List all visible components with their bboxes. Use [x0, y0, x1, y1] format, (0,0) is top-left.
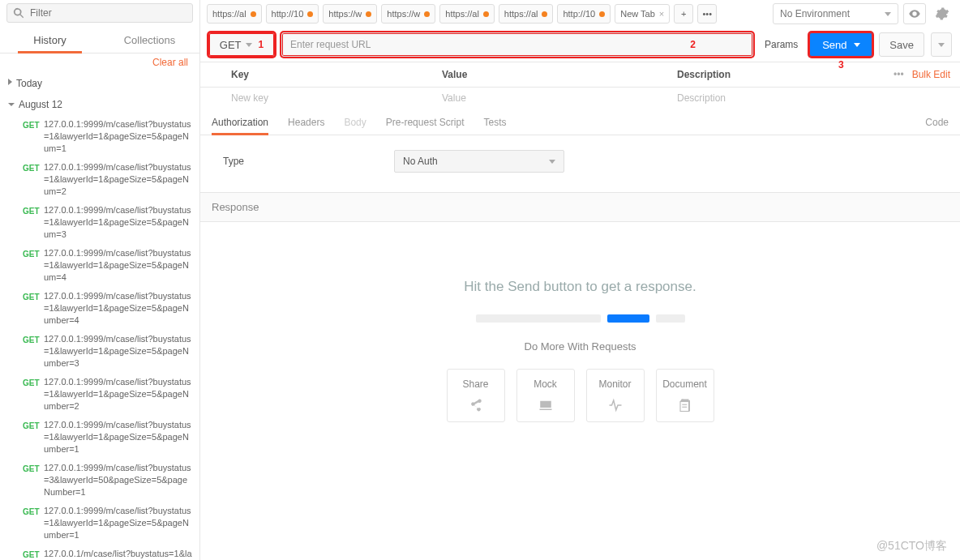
history-method: GET: [23, 548, 44, 560]
response-empty-message: Hit the Send button to get a response.: [464, 279, 696, 295]
response-header: Response: [200, 192, 960, 222]
request-tabs: https://alhttp://10https://whttps://whtt…: [207, 4, 768, 24]
params-button[interactable]: Params: [760, 39, 803, 50]
chevron-down-icon: [885, 12, 891, 16]
kv-key-input[interactable]: New key: [200, 88, 442, 110]
send-button[interactable]: Send: [809, 32, 872, 57]
mock-icon: [538, 398, 554, 413]
auth-type-select[interactable]: No Auth: [394, 150, 564, 173]
clear-all-link[interactable]: Clear all: [0, 53, 199, 73]
history-item[interactable]: GET127.0.0.1:9999/m/case/list?buystatus=…: [0, 201, 199, 244]
annotation-3: 3: [838, 59, 844, 71]
kv-desc-input[interactable]: Description: [677, 88, 960, 110]
card-document[interactable]: Document: [656, 369, 714, 422]
request-tab[interactable]: https://al: [499, 4, 554, 24]
request-tab[interactable]: https://w: [381, 4, 435, 24]
unsaved-dot-icon: [542, 11, 547, 17]
history-item[interactable]: GET127.0.0.1:9999/m/case/list?buystatus=…: [0, 115, 199, 158]
history-item[interactable]: GET127.0.0.1:9999/m/case/list?buystatus=…: [0, 330, 199, 373]
filter-input[interactable]: [6, 3, 193, 23]
url-input[interactable]: Enter request URL 2: [281, 32, 753, 57]
unsaved-dot-icon: [251, 11, 256, 17]
history-method: GET: [23, 376, 44, 413]
environment-preview-button[interactable]: [903, 3, 926, 24]
tab-body[interactable]: Body: [344, 110, 366, 135]
history-item[interactable]: GET127.0.0.1:9999/m/case/list?buystatus=…: [0, 416, 199, 459]
new-tab-button[interactable]: +: [674, 4, 693, 24]
history-url: 127.0.0.1:9999/m/case/list?buystatus=1&l…: [44, 376, 193, 413]
request-tab[interactable]: https://al: [207, 4, 262, 24]
sidebar-tab-collections[interactable]: Collections: [100, 28, 199, 53]
tab-tests[interactable]: Tests: [483, 110, 506, 135]
history-item[interactable]: GET127.0.0.1:9999/m/case/list?buystatus=…: [0, 158, 199, 201]
history-item[interactable]: GET127.0.0.1:9999/m/case/list?buystatus=…: [0, 244, 199, 287]
tab-authorization[interactable]: Authorization: [212, 110, 268, 135]
history-method: GET: [23, 419, 44, 455]
card-share[interactable]: Share: [447, 369, 505, 422]
history-url: 127.0.0.1:9999/m/case/list?buystatus=1&l…: [44, 204, 193, 241]
kv-head-desc: Description: [677, 69, 731, 80]
request-tab[interactable]: New Tab×: [615, 4, 670, 24]
history-item[interactable]: GET127.0.0.1:9999/m/case/list?buystatus=…: [0, 287, 199, 330]
method-select[interactable]: GET 1: [208, 32, 275, 57]
history-group[interactable]: Today: [0, 73, 199, 94]
history-item[interactable]: GET127.0.0.1:9999/m/case/list?buystatus=…: [0, 459, 199, 502]
document-icon: [678, 398, 692, 413]
auth-type-label: Type: [223, 156, 244, 167]
history-group[interactable]: August 12: [0, 94, 199, 115]
unsaved-dot-icon: [307, 11, 313, 17]
request-bar: GET 1 Enter request URL 2 Params Send 3 …: [200, 28, 960, 62]
tabs-overflow-button[interactable]: •••: [697, 4, 717, 24]
history-method: GET: [23, 462, 44, 498]
tab-headers[interactable]: Headers: [288, 110, 324, 135]
kv-header-row: Key Value Description ••• Bulk Edit: [200, 62, 960, 88]
kv-value-input[interactable]: Value: [442, 88, 677, 110]
save-button[interactable]: Save: [879, 32, 924, 57]
caret-icon: [8, 103, 15, 106]
history-url: 127.0.0.1:9999/m/case/list?buystatus=1&l…: [44, 118, 193, 155]
history-method: GET: [23, 161, 44, 198]
tab-pre-request-script[interactable]: Pre-request Script: [386, 110, 465, 135]
request-tab[interactable]: http://10: [557, 4, 611, 24]
kv-head-value: Value: [442, 62, 677, 87]
chevron-down-icon: [938, 43, 945, 47]
unsaved-dot-icon: [483, 11, 489, 17]
chevron-down-icon: [549, 160, 555, 164]
bulk-edit-link[interactable]: Bulk Edit: [912, 69, 950, 80]
kv-head-key: Key: [200, 62, 442, 87]
history-url: 127.0.0.1:9999/m/case/list?buystatus=1&l…: [44, 419, 193, 455]
save-dropdown[interactable]: [931, 32, 952, 57]
environment-select[interactable]: No Environment: [773, 3, 898, 24]
history-item[interactable]: GET127.0.0.1:9999/m/case/list?buystatus=…: [0, 373, 199, 416]
card-mock[interactable]: Mock: [516, 369, 575, 422]
progress-illustration: [476, 314, 685, 323]
do-more-label: Do More With Requests: [525, 340, 636, 353]
history-url: 127.0.0.1:9999/m/case/list?buystatus=1&l…: [44, 161, 193, 198]
response-body: Hit the Send button to get a response. D…: [200, 222, 960, 560]
history-item[interactable]: GET127.0.0.1:9999/m/case/list?buystatus=…: [0, 502, 199, 545]
code-link[interactable]: Code: [925, 110, 949, 135]
sidebar-tab-history[interactable]: History: [0, 28, 100, 53]
monitor-icon: [606, 398, 624, 413]
history-method: GET: [23, 118, 44, 155]
history-url: 127.0.0.1:9999/m/case/list?buystatus=1&l…: [44, 333, 193, 370]
settings-button[interactable]: [931, 3, 954, 24]
history-list: TodayAugust 12GET127.0.0.1:9999/m/case/l…: [0, 73, 199, 560]
annotation-1: 1: [259, 39, 264, 50]
share-icon: [469, 398, 483, 413]
history-url: 127.0.0.1:9999/m/case/list?buystatus=1&l…: [44, 290, 193, 327]
history-url: 127.0.0.1:9999/m/case/list?buystatus=1&l…: [44, 247, 193, 284]
close-icon[interactable]: ×: [659, 9, 664, 19]
request-tab[interactable]: https://w: [323, 4, 377, 24]
kv-placeholder-row[interactable]: New key Value Description: [200, 88, 960, 110]
request-tab[interactable]: https://al: [439, 4, 495, 24]
send-label: Send: [822, 39, 846, 51]
auth-type-selected: No Auth: [403, 156, 438, 167]
kv-more-button[interactable]: •••: [894, 69, 904, 80]
top-bar: https://alhttp://10https://whttps://whtt…: [200, 0, 960, 28]
main: https://alhttp://10https://whttps://whtt…: [200, 0, 960, 560]
unsaved-dot-icon: [424, 11, 430, 17]
request-tab[interactable]: http://10: [266, 4, 319, 24]
card-monitor[interactable]: Monitor: [586, 369, 645, 422]
history-item[interactable]: GET127.0.0.1/m/case/list?buystatus=1&law…: [0, 545, 199, 560]
